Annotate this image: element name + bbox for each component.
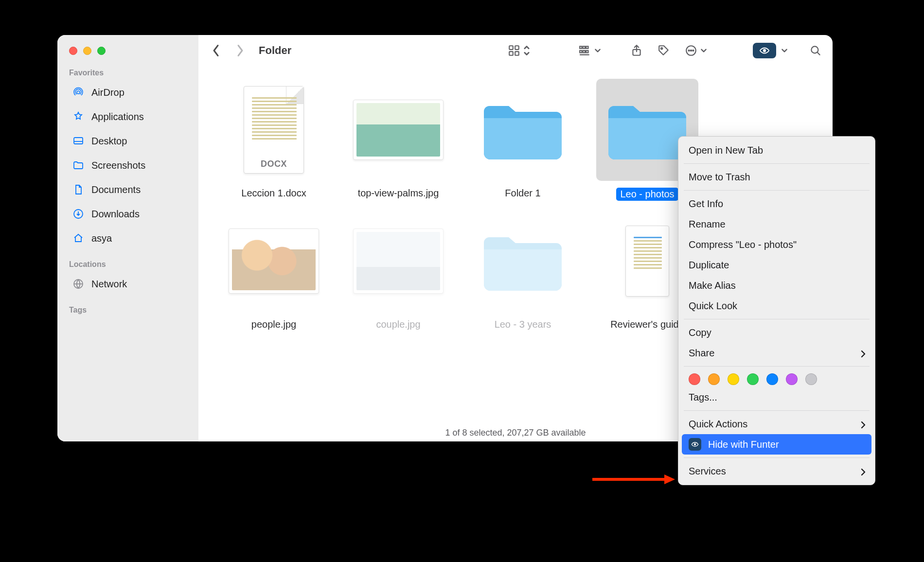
badge-text: DOCX [244,159,303,169]
cm-tags[interactable]: Tags... [682,387,871,407]
section-title-favorites: Favorites [57,68,198,80]
sidebar-item-documents[interactable]: Documents [61,177,195,202]
home-icon [72,232,85,245]
cm-label: Move to Trash [689,172,750,183]
search-icon [809,44,822,57]
cm-move-to-trash[interactable]: Move to Trash [682,167,871,187]
sidebar-item-applications[interactable]: Applications [61,105,195,129]
svg-rect-6 [509,52,513,55]
file-label: couple.jpg [376,319,420,330]
cm-get-info[interactable]: Get Info [682,193,871,214]
sidebar-item-airdrop[interactable]: AirDrop [61,80,195,105]
cm-label: Tags... [689,392,717,403]
thumbnail-docx: DOCX [223,79,325,181]
cm-separator [684,410,870,411]
cm-label: Make Alias [689,280,736,291]
back-button[interactable] [207,41,225,60]
cm-open-new-tab[interactable]: Open in New Tab [682,140,871,160]
tag-dot-green[interactable] [747,373,759,385]
document-icon [72,183,85,196]
actions-button[interactable] [681,44,711,57]
group-by-button[interactable] [575,44,605,57]
close-button[interactable] [69,47,77,55]
file-item-hidden[interactable]: couple.jpg [338,210,459,341]
svg-point-21 [764,50,766,52]
chevron-down-icon [700,44,707,57]
thumbnail-image [347,79,449,181]
search-button[interactable] [805,44,826,57]
tag-dot-purple[interactable] [786,373,798,385]
cm-share[interactable]: Share [682,343,871,363]
cm-separator [684,319,870,319]
minimize-button[interactable] [83,47,91,55]
share-button[interactable] [626,44,647,57]
svg-rect-5 [515,46,519,50]
svg-marker-26 [664,474,675,484]
sidebar-item-label: Documents [91,184,141,195]
cm-quick-look[interactable]: Quick Look [682,296,871,316]
cm-label: Rename [689,219,726,230]
file-label: people.jpg [251,319,296,330]
svg-rect-12 [583,51,585,53]
sidebar-item-network[interactable]: Network [61,272,195,296]
cm-duplicate[interactable]: Duplicate [682,255,871,275]
cm-make-alias[interactable]: Make Alias [682,275,871,296]
svg-rect-13 [586,51,588,53]
sidebar-item-desktop[interactable]: Desktop [61,129,195,153]
cm-copy[interactable]: Copy [682,322,871,343]
cm-services[interactable]: Services [682,461,871,481]
svg-point-18 [689,50,690,51]
funter-button[interactable] [747,43,792,58]
sidebar-item-label: Screenshots [91,160,145,171]
sidebar-item-home[interactable]: asya [61,226,195,250]
tag-dot-blue[interactable] [766,373,778,385]
thumbnail-folder [472,210,574,312]
sidebar-item-label: AirDrop [91,87,124,98]
file-item[interactable]: top-view-palms.jpg [338,79,459,210]
maximize-button[interactable] [97,47,106,55]
thumbnail-folder [472,79,574,181]
svg-rect-8 [580,46,582,48]
cm-rename[interactable]: Rename [682,214,871,234]
file-label: Reviewer's guide [610,319,684,330]
tag-dot-gray[interactable] [805,373,817,385]
cm-label: Quick Actions [689,419,747,430]
grid-icon [508,44,520,57]
tag-dot-orange[interactable] [708,373,720,385]
sidebar-item-label: asya [91,233,112,244]
sidebar: Favorites AirDrop Applications [57,35,198,441]
cm-hide-with-funter[interactable]: Hide with Funter [682,434,871,455]
chevron-down-icon [594,44,601,57]
tag-dot-red[interactable] [689,373,700,385]
svg-point-24 [694,444,696,445]
cm-separator [684,366,870,367]
file-item[interactable]: DOCX Leccion 1.docx [213,79,335,210]
updown-icon [523,44,530,57]
tags-button[interactable] [654,44,674,57]
chevron-right-icon [861,349,866,357]
file-item[interactable]: people.jpg [213,210,335,341]
cm-quick-actions[interactable]: Quick Actions [682,414,871,434]
network-icon [72,278,85,290]
sidebar-item-label: Applications [91,111,144,123]
cm-compress[interactable]: Compress "Leo - photos" [682,234,871,255]
sidebar-item-screenshots[interactable]: Screenshots [61,153,195,177]
svg-point-16 [661,48,662,49]
svg-rect-1 [74,138,83,144]
cm-label: Open in New Tab [689,145,763,156]
cm-label: Hide with Funter [708,439,779,450]
svg-rect-4 [509,46,513,50]
cm-separator [684,190,870,191]
forward-button[interactable] [231,41,249,60]
view-mode-button[interactable] [504,44,534,57]
folder-item[interactable]: Folder 1 [462,79,584,210]
sidebar-item-downloads[interactable]: Downloads [61,202,195,226]
file-label: Leccion 1.docx [241,188,306,199]
folder-icon [72,159,85,172]
svg-point-20 [693,50,693,51]
svg-rect-9 [583,46,585,48]
folder-item-hidden[interactable]: Leo - 3 years [462,210,584,341]
tag-dot-yellow[interactable] [728,373,739,385]
section-title-locations: Locations [57,259,198,272]
window-title: Folder [259,44,291,57]
